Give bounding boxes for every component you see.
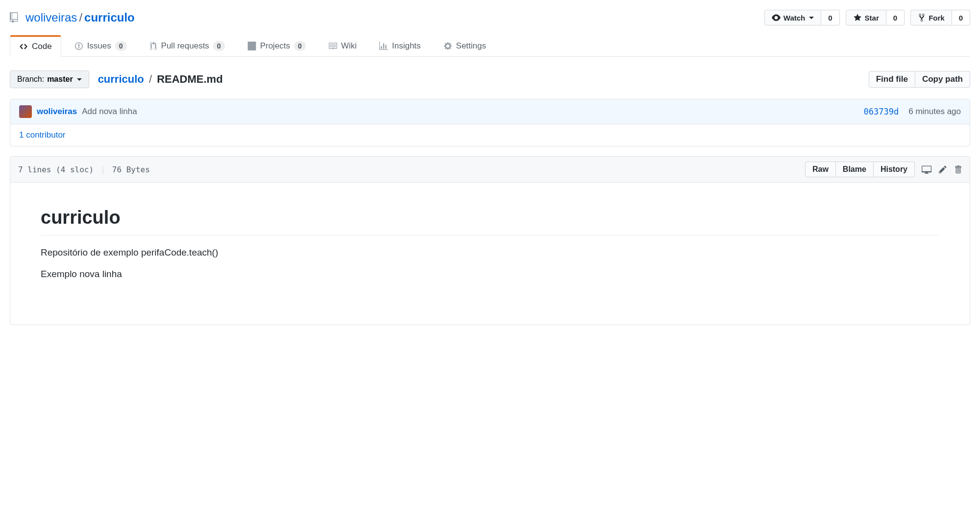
tab-wiki[interactable]: Wiki (319, 35, 366, 56)
trash-icon[interactable] (954, 165, 962, 174)
fork-count[interactable]: 0 (952, 10, 970, 25)
issue-icon (74, 42, 83, 50)
contributors-link[interactable]: 1 contributor (19, 130, 66, 140)
graph-icon (379, 42, 388, 50)
eye-icon (772, 13, 781, 22)
readme-content: curriculo Repositório de exemplo perifaC… (10, 183, 970, 325)
separator: / (79, 11, 82, 24)
gear-icon (443, 42, 452, 50)
repo-tabs: Code Issues 0 Pull requests 0 Projects 0… (10, 35, 970, 57)
star-button[interactable]: Star (846, 10, 886, 25)
tab-issues[interactable]: Issues 0 (65, 35, 136, 56)
project-icon (247, 42, 256, 50)
breadcrumb-file: README.md (157, 73, 222, 85)
commit-message[interactable]: Add nova linha (82, 107, 137, 117)
repo-owner-link[interactable]: woliveiras (25, 11, 77, 24)
tab-settings[interactable]: Settings (434, 35, 495, 56)
repo-title: woliveiras / curriculo (10, 11, 135, 24)
repo-name-link[interactable]: curriculo (84, 11, 135, 24)
breadcrumb-repo[interactable]: curriculo (98, 73, 144, 85)
book-icon (328, 42, 337, 50)
tab-pull-requests[interactable]: Pull requests 0 (140, 35, 234, 56)
watch-count[interactable]: 0 (821, 10, 839, 25)
blame-button[interactable]: Blame (836, 162, 874, 177)
code-icon (19, 42, 28, 51)
avatar[interactable] (19, 105, 32, 118)
file-info: 7 lines (4 sloc) | 76 Bytes (18, 165, 150, 174)
tab-insights[interactable]: Insights (370, 35, 430, 56)
readme-paragraph: Exemplo nova linha (41, 269, 939, 280)
repo-icon (10, 12, 21, 23)
pulls-count: 0 (213, 41, 225, 51)
readme-paragraph: Repositório de exemplo perifaCode.teach(… (41, 247, 939, 258)
commit-sha[interactable]: 063739d (864, 107, 899, 117)
star-icon (853, 13, 862, 22)
tab-projects[interactable]: Projects 0 (238, 35, 315, 56)
branch-selector[interactable]: Branch: master (10, 70, 89, 88)
watch-button[interactable]: Watch (764, 10, 821, 25)
find-file-button[interactable]: Find file (869, 71, 915, 88)
star-count[interactable]: 0 (886, 10, 905, 25)
commit-author[interactable]: woliveiras (37, 107, 77, 117)
commit-time: 6 minutes ago (908, 107, 961, 117)
pencil-icon[interactable] (938, 165, 947, 174)
fork-icon (918, 13, 926, 22)
fork-button[interactable]: Fork (910, 10, 952, 25)
desktop-icon[interactable] (922, 164, 931, 174)
tab-code[interactable]: Code (10, 35, 61, 57)
git-pull-request-icon (149, 42, 157, 50)
issues-count: 0 (115, 41, 127, 51)
readme-title: curriculo (41, 207, 939, 235)
breadcrumb: curriculo / README.md (98, 73, 223, 86)
copy-path-button[interactable]: Copy path (915, 71, 970, 88)
projects-count: 0 (294, 41, 306, 51)
raw-button[interactable]: Raw (805, 162, 836, 177)
history-button[interactable]: History (874, 162, 915, 177)
